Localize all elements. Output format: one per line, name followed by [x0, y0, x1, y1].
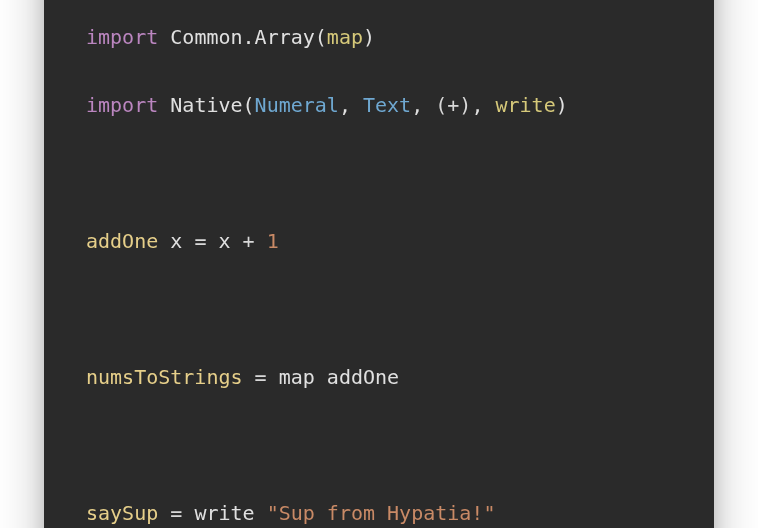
keyword-import: import — [86, 25, 158, 49]
call-map: map — [279, 365, 315, 389]
type-text: Text — [363, 93, 411, 117]
module-native: Native — [170, 93, 242, 117]
blank-line — [86, 156, 672, 190]
fn-write: write — [495, 93, 555, 117]
operator-plus: (+) — [435, 93, 471, 117]
code-block: -- Hypatia code import Common.Array(map)… — [44, 0, 714, 528]
call-write: write — [194, 501, 254, 525]
module-common: Common — [170, 25, 242, 49]
number-literal: 1 — [267, 229, 279, 253]
fn-map: map — [327, 25, 363, 49]
code-line-7: numsToStrings = map addOne — [86, 360, 672, 394]
keyword-import: import — [86, 93, 158, 117]
def-saysup: saySup — [86, 501, 158, 525]
def-numstostrings: numsToStrings — [86, 365, 243, 389]
arg-x: x — [170, 229, 182, 253]
blank-line — [86, 292, 672, 326]
code-line-3: import Native(Numeral, Text, (+), write) — [86, 88, 672, 122]
module-array: Array — [255, 25, 315, 49]
def-addone: addOne — [86, 229, 158, 253]
code-line-2: import Common.Array(map) — [86, 20, 672, 54]
var-x: x — [218, 229, 230, 253]
type-numeral: Numeral — [255, 93, 339, 117]
code-line-9: saySup = write "Sup from Hypatia!" — [86, 496, 672, 528]
code-line-5: addOne x = x + 1 — [86, 224, 672, 258]
call-addone: addOne — [327, 365, 399, 389]
string-literal: "Sup from Hypatia!" — [267, 501, 496, 525]
blank-line — [86, 428, 672, 462]
